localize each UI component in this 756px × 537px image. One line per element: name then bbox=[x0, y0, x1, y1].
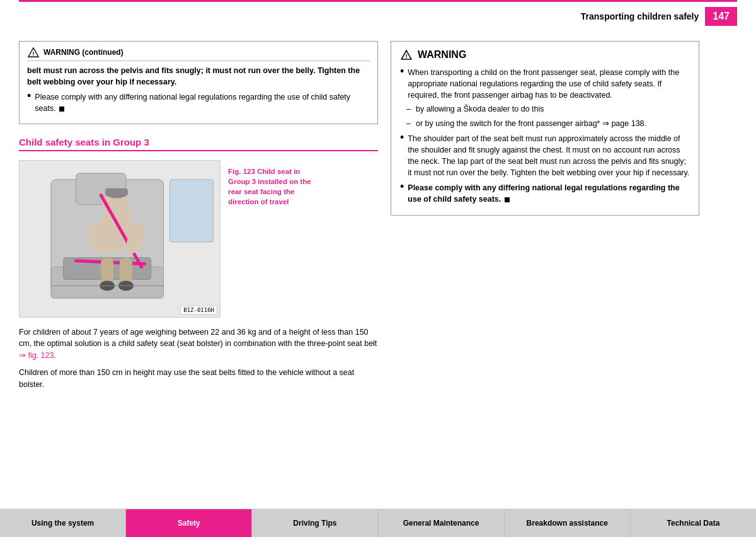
bottom-nav: Using the systemSafetyDriving TipsGenera… bbox=[0, 509, 756, 537]
svg-text:!: ! bbox=[406, 53, 408, 59]
dash-2-text: or by using the switch for the front pas… bbox=[416, 118, 646, 129]
warning-bullet-3-text: Please comply with any differing nationa… bbox=[408, 182, 690, 205]
warning-bullet-1: • When transporting a child on the front… bbox=[400, 67, 690, 101]
warning-title-text: WARNING bbox=[418, 49, 466, 61]
warning-large-box: ! WARNING • When transporting a child on… bbox=[391, 41, 699, 216]
nav-item-general-maintenance[interactable]: General Maintenance bbox=[379, 509, 505, 537]
left-column: ! WARNING (continued) belt must run acro… bbox=[19, 41, 378, 496]
car-image: B1Z-0116H bbox=[19, 160, 220, 318]
warning-large-icon: ! bbox=[400, 49, 413, 61]
warning-continued-box: ! WARNING (continued) belt must run acro… bbox=[19, 41, 378, 124]
page-header: Transporting children safely 147 bbox=[19, 0, 737, 28]
bullet-dot-2-icon: • bbox=[400, 132, 404, 179]
page-number: 147 bbox=[705, 7, 737, 26]
body-text-2: Children of more than 150 cm in height m… bbox=[19, 367, 378, 391]
dash-1-text: by allowing a Škoda dealer to do this bbox=[416, 103, 544, 115]
svg-rect-10 bbox=[105, 188, 128, 195]
nav-item-safety[interactable]: Safety bbox=[126, 509, 252, 537]
header-title: Transporting children safely bbox=[581, 11, 699, 21]
fig-link: ⇒ fig. 123. bbox=[19, 351, 56, 360]
warning-continued-header: ! WARNING (continued) bbox=[27, 47, 370, 61]
svg-text:!: ! bbox=[33, 50, 35, 57]
nav-item-using-the-system[interactable]: Using the system bbox=[0, 509, 126, 537]
image-area: B1Z-0116H Fig. 123 Child seat in Group 3… bbox=[19, 160, 378, 318]
image-code-label: B1Z-0116H bbox=[180, 306, 217, 315]
warning-bullet-2: • The shoulder part of the seat belt mus… bbox=[400, 133, 690, 179]
warning-icon: ! bbox=[27, 47, 40, 58]
dash-item-1: – by allowing a Škoda dealer to do this bbox=[406, 103, 690, 115]
nav-item-breakdown-assistance[interactable]: Breakdown assistance bbox=[505, 509, 631, 537]
svg-rect-19 bbox=[169, 179, 213, 241]
end-square-2-icon bbox=[505, 197, 510, 202]
warning-bullet-2-text: The shoulder part of the seat belt must … bbox=[408, 133, 690, 179]
main-content: ! WARNING (continued) belt must run acro… bbox=[0, 28, 756, 502]
warning-continued-text: belt must run across the pelvis and fits… bbox=[27, 65, 370, 88]
figure-caption: Fig. 123 Child seat in Group 3 installed… bbox=[228, 160, 316, 318]
warning-title-row: ! WARNING bbox=[400, 49, 690, 61]
warning-bullet-3: • Please comply with any differing natio… bbox=[400, 182, 690, 205]
body-text-1: For children of about 7 years of age wei… bbox=[19, 326, 378, 362]
warning-bullet-1-text: When transporting a child on the front p… bbox=[408, 67, 690, 101]
bullet-dot-3-icon: • bbox=[400, 181, 404, 205]
dash-1-icon: – bbox=[406, 103, 411, 115]
dash-item-2: – or by using the switch for the front p… bbox=[406, 118, 690, 129]
bullet-dot-icon: • bbox=[27, 90, 31, 114]
right-column: ! WARNING • When transporting a child on… bbox=[391, 41, 699, 496]
nav-item-technical-data[interactable]: Technical Data bbox=[631, 509, 756, 537]
section-heading: Child safety seats in Group 3 bbox=[19, 137, 378, 151]
dash-2-icon: – bbox=[406, 118, 411, 129]
warning-continued-label: WARNING (continued) bbox=[43, 48, 123, 57]
warning-continued-bullet-text: Please comply with any differing nationa… bbox=[35, 91, 370, 114]
bullet-dot-1-icon: • bbox=[400, 66, 404, 101]
warning-continued-bullet: • Please comply with any differing natio… bbox=[27, 91, 370, 114]
nav-item-driving-tips[interactable]: Driving Tips bbox=[252, 509, 378, 537]
end-square-icon bbox=[59, 107, 64, 112]
